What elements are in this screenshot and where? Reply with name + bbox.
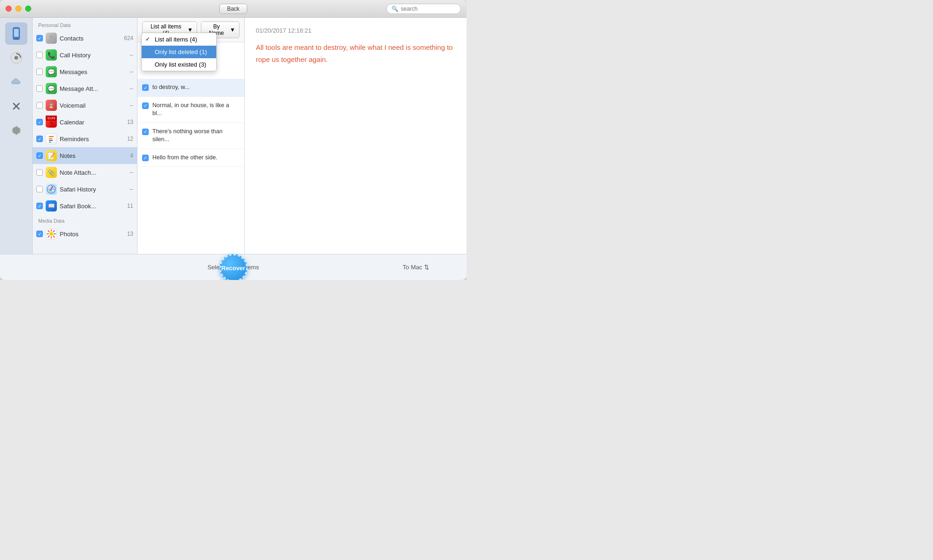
dropdown-item-existed[interactable]: Only list existed (3)	[142, 58, 216, 71]
safari-book-icon: 📖	[46, 200, 57, 212]
sidebar-icon-music[interactable]: ♪	[5, 47, 27, 69]
messages-count: --	[130, 68, 133, 75]
dropdown-item-all[interactable]: List all items (4)	[142, 33, 216, 46]
safari-history-icon	[46, 184, 57, 195]
close-button[interactable]	[6, 6, 12, 12]
message-att-icon: 💬	[46, 83, 57, 94]
recover-button[interactable]: Recover	[220, 254, 247, 280]
voicemail-checkbox[interactable]	[36, 102, 43, 109]
svg-line-26	[54, 236, 55, 238]
dropdown-item-all-label: List all items (4)	[155, 36, 197, 43]
note-timestamp: 01/20/2017 12:18:21	[256, 27, 455, 34]
safari-history-checkbox[interactable]	[36, 186, 43, 192]
to-mac-label: To Mac	[403, 264, 422, 271]
svg-point-20	[49, 232, 53, 236]
note-item-1[interactable]: ✓ Normal, in our house, is like a bl...	[137, 97, 244, 123]
list-item-safari-history[interactable]: Safari History --	[33, 181, 137, 198]
safari-book-checkbox[interactable]: ✓	[36, 203, 43, 209]
note-attach-label: Note Attach...	[60, 169, 127, 176]
voicemail-label: Voicemail	[60, 102, 127, 109]
dropdown-item-deleted[interactable]: Only list deleted (1)	[142, 46, 216, 58]
note-attach-count: --	[130, 169, 133, 176]
calendar-label: Calendar	[60, 119, 124, 126]
photos-count: 13	[127, 231, 133, 237]
to-mac-button[interactable]: To Mac ⇅	[403, 264, 429, 271]
calendar-icon: SUN 3	[46, 116, 57, 128]
maximize-button[interactable]	[25, 6, 31, 12]
main-window: Back 🔍 ♪	[0, 0, 466, 280]
note-item-3[interactable]: ✓ Hello from the other side.	[137, 149, 244, 167]
photos-checkbox[interactable]: ✓	[36, 231, 43, 237]
list-item-photos[interactable]: ✓ Photos 13	[33, 225, 137, 242]
title-bar: Back 🔍	[0, 0, 466, 18]
sidebar-icon-gear[interactable]	[5, 119, 27, 142]
note-attach-checkbox[interactable]	[36, 169, 43, 176]
to-mac-arrows: ⇅	[424, 264, 429, 271]
notes-list: ✓ to destroy, w... ✓ Normal, in our hous…	[137, 79, 244, 167]
list-item-call-history[interactable]: 📞 Call History --	[33, 47, 137, 63]
search-input[interactable]	[401, 6, 456, 12]
safari-book-label: Safari Book...	[60, 203, 124, 210]
note-item-2[interactable]: ✓ There's nothing worse than silen...	[137, 123, 244, 149]
messages-checkbox[interactable]	[36, 68, 43, 75]
note-checkbox-3[interactable]: ✓	[142, 155, 149, 161]
message-att-checkbox[interactable]	[36, 85, 43, 92]
svg-point-8	[15, 105, 17, 107]
note-text-1: Normal, in our house, is like a bl...	[152, 102, 240, 118]
note-text-2: There's nothing worse than silen...	[152, 128, 240, 144]
call-history-count: --	[130, 52, 133, 58]
messages-icon: 💬	[46, 66, 57, 77]
note-checkbox-0[interactable]: ✓	[142, 84, 149, 91]
list-item-notes[interactable]: ✓ 📝 Notes 4	[33, 147, 137, 164]
left-panel: Personal Data ✓ Contacts 624 📞	[33, 18, 137, 254]
svg-point-19	[49, 190, 51, 191]
list-item-calendar[interactable]: ✓ SUN 3 Calendar 13	[33, 114, 137, 130]
personal-data-header: Personal Data	[33, 18, 137, 30]
media-data-header: Media Data	[33, 214, 137, 225]
sidebar-icon-tools[interactable]	[5, 95, 27, 117]
note-checkbox-2[interactable]: ✓	[142, 129, 149, 135]
dropdown-item-existed-label: Only list existed (3)	[155, 61, 206, 68]
traffic-lights	[6, 6, 31, 12]
note-attach-icon: 📎	[46, 167, 57, 178]
list-item-voicemail[interactable]: ⌛ Voicemail --	[33, 97, 137, 114]
back-button[interactable]: Back	[219, 4, 247, 14]
search-box: 🔍	[386, 4, 461, 14]
notes-label: Notes	[60, 152, 127, 159]
sidebar-icons: ♪	[0, 18, 33, 254]
contacts-checkbox[interactable]: ✓	[36, 35, 43, 41]
list-item-message-att[interactable]: 💬 Message Att... --	[33, 80, 137, 97]
svg-line-28	[48, 236, 49, 238]
notes-checkbox[interactable]: ✓	[36, 152, 43, 159]
note-checkbox-1[interactable]: ✓	[142, 102, 149, 109]
reminders-label: Reminders	[60, 136, 124, 143]
minimize-button[interactable]	[15, 6, 21, 12]
calendar-count: 13	[127, 119, 133, 125]
list-item-contacts[interactable]: ✓ Contacts 624	[33, 30, 137, 47]
sidebar-icon-cloud[interactable]	[5, 71, 27, 93]
sidebar-icon-phone[interactable]	[5, 22, 27, 45]
note-text-0: to destroy, w...	[152, 83, 240, 92]
messages-label: Messages	[60, 68, 127, 75]
photos-icon	[46, 228, 57, 239]
calendar-checkbox[interactable]: ✓	[36, 119, 43, 125]
call-history-checkbox[interactable]	[36, 52, 43, 58]
note-item-0[interactable]: ✓ to destroy, w...	[137, 79, 244, 97]
call-history-icon: 📞	[46, 49, 57, 61]
safari-history-count: --	[130, 186, 133, 192]
list-item-messages[interactable]: 💬 Messages --	[33, 63, 137, 80]
main-content: ♪	[0, 18, 466, 254]
reminders-checkbox[interactable]: ✓	[36, 136, 43, 142]
photos-label: Photos	[60, 231, 124, 238]
safari-book-count: 11	[127, 203, 133, 209]
list-item-safari-book[interactable]: ✓ 📖 Safari Book... 11	[33, 198, 137, 214]
reminders-icon	[46, 133, 57, 144]
message-att-count: --	[130, 85, 133, 92]
list-item-note-attach[interactable]: 📎 Note Attach... --	[33, 164, 137, 181]
note-content: All tools are meant to destroy, while wh…	[256, 41, 455, 65]
voicemail-count: --	[130, 102, 133, 109]
message-att-label: Message Att...	[60, 85, 127, 92]
note-text-3: Hello from the other side.	[152, 154, 240, 162]
svg-rect-1	[14, 29, 19, 37]
list-item-reminders[interactable]: ✓ Reminders 12	[33, 130, 137, 147]
